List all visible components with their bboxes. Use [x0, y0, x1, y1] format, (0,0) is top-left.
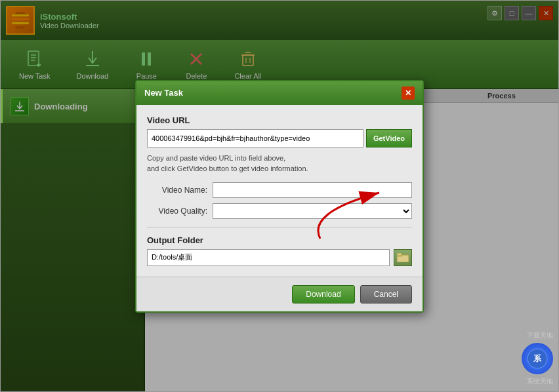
modal-close-button[interactable]: ✕: [402, 87, 415, 100]
video-name-input[interactable]: [213, 182, 412, 198]
app-window: iStonsoft Video Downloader ⚙ □ — ✕ N: [0, 0, 559, 392]
watermark-text1: 下载天地: [527, 331, 553, 340]
modal-download-button[interactable]: Download: [292, 285, 354, 304]
url-row: GetVideo: [147, 129, 412, 147]
video-quality-label: Video Quality:: [147, 206, 213, 216]
get-video-button[interactable]: GetVideo: [366, 129, 412, 147]
watermark-logo: 系: [522, 343, 553, 374]
browse-folder-button[interactable]: [394, 249, 412, 266]
video-quality-row: Video Quality:: [147, 203, 412, 219]
video-name-row: Video Name:: [147, 182, 412, 198]
new-task-modal: New Task ✕ Video URL GetVideo Copy and p…: [135, 80, 424, 313]
modal-title: New Task: [144, 88, 183, 98]
url-input[interactable]: [147, 129, 363, 147]
svg-text:系: 系: [533, 354, 542, 363]
video-name-label: Video Name:: [147, 186, 213, 195]
output-folder-input[interactable]: [147, 249, 390, 266]
modal-footer: Download Cancel: [136, 277, 423, 311]
modal-body: Video URL GetVideo Copy and paste video …: [136, 105, 423, 277]
watermark-text2: 系统天地: [527, 377, 553, 386]
modal-title-bar: New Task ✕: [136, 81, 423, 105]
video-url-label: Video URL: [147, 115, 412, 125]
output-folder-label: Output Folder: [147, 235, 412, 245]
video-quality-select[interactable]: [213, 203, 412, 219]
output-folder-row: [147, 249, 412, 266]
svg-rect-26: [397, 253, 402, 256]
divider: [147, 227, 412, 227]
modal-overlay: New Task ✕ Video URL GetVideo Copy and p…: [1, 1, 558, 391]
watermark-area: 下载天地 系 系统天地: [522, 331, 553, 386]
modal-cancel-button[interactable]: Cancel: [360, 285, 412, 304]
hint-text: Copy and paste video URL into field abov…: [147, 153, 412, 174]
